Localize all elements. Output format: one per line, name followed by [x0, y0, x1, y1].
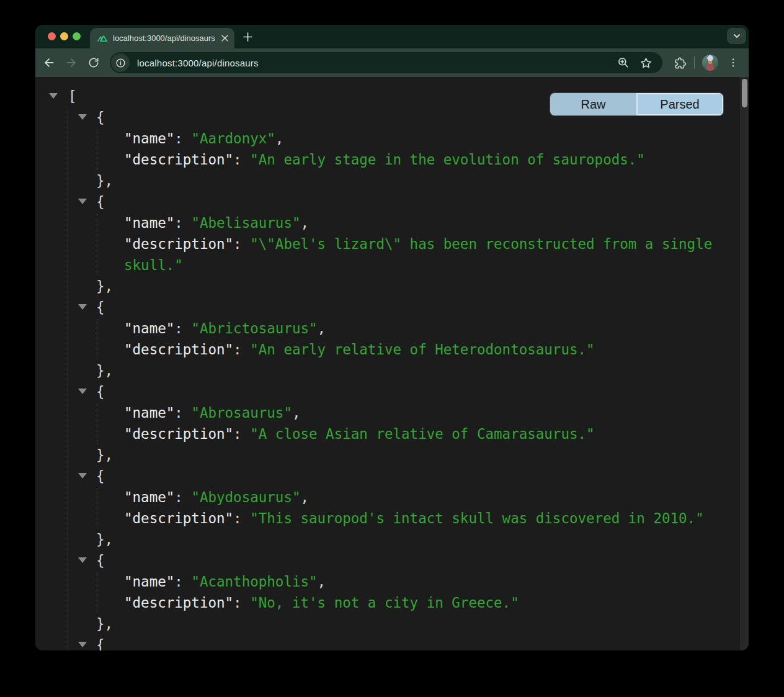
json-punctuation: {: [96, 299, 105, 315]
json-line: "description": "A close Asian relative o…: [35, 423, 749, 444]
json-object: {"name": "Abydosaurus","description": "T…: [35, 465, 749, 550]
json-tree: [{"name": "Aardonyx","description": "An …: [35, 77, 749, 650]
json-object: {"name": "Abrosaurus","description": "A …: [35, 381, 749, 465]
toolbar-separator: [694, 56, 695, 69]
json-key: "name": [124, 573, 174, 590]
json-line: {: [35, 381, 749, 402]
zoom-page-icon[interactable]: [617, 56, 630, 69]
json-punctuation: {: [96, 468, 105, 484]
parsed-button[interactable]: Parsed: [636, 93, 723, 115]
url-text[interactable]: localhost:3000/api/dinosaurs: [137, 58, 617, 68]
json-key: "description": [124, 510, 233, 526]
json-key: "description": [124, 426, 233, 442]
json-line: "description": "An early relative of Het…: [35, 339, 749, 360]
json-punctuation: :: [174, 130, 191, 146]
tab-close-icon[interactable]: [221, 34, 229, 42]
json-line: "description": "\"Abel's lizard\" has be…: [35, 233, 749, 276]
json-key: "description": [124, 341, 233, 357]
json-line: {: [35, 297, 749, 318]
minimize-window-button[interactable]: [60, 32, 68, 40]
json-line: },: [35, 360, 749, 381]
json-punctuation: {: [96, 384, 105, 400]
json-punctuation: ,: [318, 320, 326, 336]
json-string-value: "Abydosaurus": [191, 489, 300, 505]
collapse-toggle-icon[interactable]: [78, 642, 87, 647]
page-content: [{"name": "Aardonyx","description": "An …: [35, 77, 749, 650]
json-line: "name": "Aardonyx",: [35, 128, 749, 149]
address-bar[interactable]: localhost:3000/api/dinosaurs: [110, 52, 662, 73]
tab-strip: localhost:3000/api/dinosaurs: [35, 25, 749, 48]
json-string-value: "Acanthopholis": [191, 573, 317, 590]
profile-avatar[interactable]: [702, 55, 718, 71]
scrollbar[interactable]: [740, 77, 749, 650]
json-punctuation: },: [96, 447, 113, 463]
zoom-window-button[interactable]: [73, 32, 81, 40]
json-punctuation: {: [96, 637, 105, 650]
collapse-toggle-icon[interactable]: [78, 389, 87, 394]
json-line: {: [35, 634, 749, 650]
raw-button[interactable]: Raw: [550, 93, 636, 115]
json-punctuation: },: [96, 531, 113, 547]
json-punctuation: :: [174, 320, 191, 336]
json-punctuation: :: [233, 426, 250, 442]
json-punctuation: },: [96, 616, 113, 632]
menu-kebab-icon[interactable]: [726, 55, 741, 70]
reload-button[interactable]: [86, 55, 101, 70]
json-punctuation: :: [174, 405, 191, 421]
json-object: {"name": "Abelisaurus","description": "\…: [35, 191, 749, 297]
collapse-toggle-icon[interactable]: [49, 93, 58, 99]
collapse-toggle-icon[interactable]: [78, 304, 87, 310]
collapse-toggle-icon[interactable]: [78, 199, 87, 204]
scrollbar-thumb[interactable]: [742, 79, 747, 107]
json-line: "name": "Abydosaurus",: [35, 487, 749, 508]
json-line: },: [35, 276, 749, 297]
tab-search-chevron-button[interactable]: [727, 28, 746, 44]
json-key: "name": [124, 489, 174, 505]
json-punctuation: :: [233, 236, 250, 252]
new-tab-button[interactable]: [240, 29, 255, 44]
close-window-button[interactable]: [48, 32, 56, 40]
tab-title: localhost:3000/api/dinosaurs: [113, 34, 221, 43]
raw-parsed-toggle: Raw Parsed: [550, 93, 723, 115]
json-line: },: [35, 529, 749, 550]
site-info-button[interactable]: [111, 53, 130, 72]
json-string-value: "This sauropod's intact skull was discov…: [250, 510, 704, 526]
collapse-toggle-icon[interactable]: [78, 473, 87, 479]
json-punctuation: [: [68, 88, 77, 104]
json-key: "description": [124, 236, 233, 252]
json-key: "name": [124, 320, 174, 336]
json-punctuation: ,: [300, 489, 309, 505]
json-key: "description": [124, 595, 233, 611]
json-punctuation: ,: [292, 405, 301, 421]
json-punctuation: ,: [300, 215, 309, 231]
favicon-mountains-icon: [97, 33, 108, 44]
json-key: "name": [124, 215, 174, 231]
json-string-value: "An early stage in the evolution of saur…: [250, 151, 645, 168]
browser-tab[interactable]: localhost:3000/api/dinosaurs: [90, 28, 234, 48]
browser-window: localhost:3000/api/dinosaurs localhost:3…: [35, 25, 749, 650]
json-punctuation: :: [174, 489, 191, 505]
collapse-toggle-icon[interactable]: [78, 557, 87, 563]
collapse-toggle-icon[interactable]: [78, 114, 87, 120]
json-string-value: "No, it's not a city in Greece.": [250, 595, 519, 611]
json-object: {"name": "Aardonyx","description": "An e…: [35, 107, 749, 191]
back-button[interactable]: [42, 55, 56, 70]
bookmark-star-icon[interactable]: [639, 56, 653, 70]
json-line: {: [35, 550, 749, 571]
traffic-lights: [48, 32, 81, 40]
json-object: {"name": "Abrictosaurus","description": …: [35, 297, 749, 381]
json-key: "name": [124, 130, 174, 146]
json-string-value: "A close Asian relative of Camarasaurus.…: [250, 426, 594, 442]
forward-button[interactable]: [64, 55, 79, 70]
json-line: "name": "Abrictosaurus",: [35, 318, 749, 339]
extensions-icon[interactable]: [674, 56, 687, 70]
json-line: "name": "Abrosaurus",: [35, 402, 749, 423]
json-punctuation: :: [233, 151, 250, 168]
json-punctuation: {: [96, 109, 105, 125]
json-key: "name": [124, 405, 174, 421]
json-punctuation: {: [96, 552, 105, 569]
json-punctuation: :: [233, 595, 250, 611]
json-punctuation: },: [96, 362, 113, 379]
json-line: },: [35, 613, 749, 634]
json-punctuation: :: [174, 215, 191, 231]
